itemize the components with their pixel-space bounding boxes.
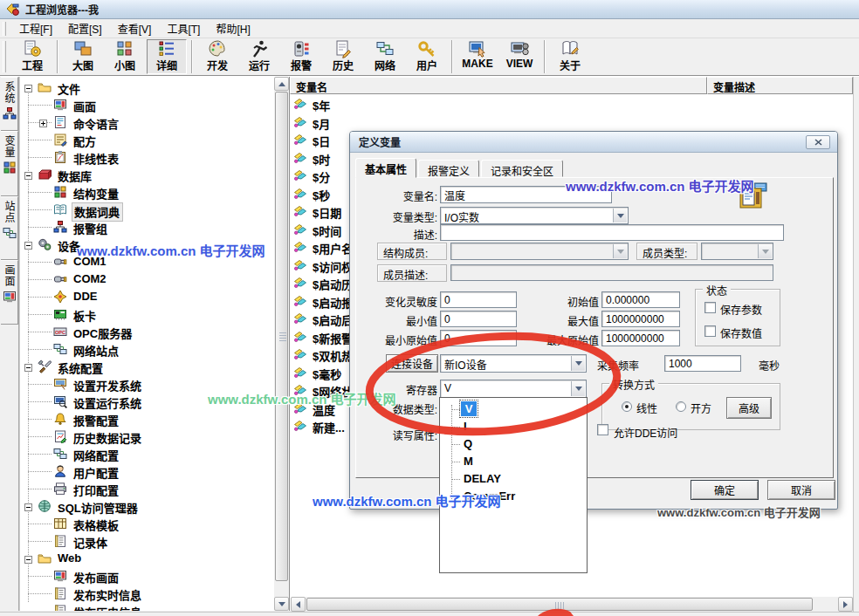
toolbar-button-about[interactable]: 关于: [550, 39, 590, 74]
tree-expander-plus[interactable]: [39, 118, 47, 130]
tree-item[interactable]: 非线性表: [20, 148, 274, 166]
toolbar-button-network[interactable]: 网络: [365, 39, 405, 74]
tree-item[interactable]: 结构变量: [20, 183, 274, 201]
menu-item-2[interactable]: 配置[S]: [60, 19, 110, 38]
dropdown-button[interactable]: [613, 209, 627, 222]
tree-expander-minus[interactable]: [24, 554, 32, 566]
toolbar-button-make[interactable]: MAKE: [457, 39, 498, 74]
toolbar-button-smallicons[interactable]: 小图: [105, 39, 145, 74]
side-tab-3[interactable]: 站点: [1, 196, 18, 260]
menu-item-4[interactable]: 工具[T]: [159, 19, 208, 38]
advanced-button[interactable]: 高级: [726, 397, 772, 419]
scrollbar-thumb[interactable]: [275, 92, 288, 581]
tree-item[interactable]: 配方: [20, 131, 274, 148]
column-header-variable-desc[interactable]: 变量描述: [707, 77, 853, 94]
variable-type-select[interactable]: I/O实数: [440, 207, 629, 224]
cancel-button[interactable]: 取消: [767, 480, 835, 500]
scroll-left-button[interactable]: [291, 597, 306, 612]
side-tab-2[interactable]: 变量: [1, 131, 18, 196]
tab-basic-properties[interactable]: 基本属性: [355, 158, 416, 178]
collect-freq-input[interactable]: [664, 355, 741, 372]
max-raw-input[interactable]: [601, 330, 680, 346]
tree-item[interactable]: 报警组: [20, 218, 274, 236]
dropdown-button[interactable]: [571, 381, 585, 396]
menu-item-1[interactable]: 工程[F]: [11, 19, 60, 38]
scroll-up-button[interactable]: [274, 77, 289, 91]
tree-item[interactable]: 网络站点: [20, 340, 274, 358]
tree-item[interactable]: OPCOPC服务器: [20, 323, 274, 340]
dropdown-option-M[interactable]: M: [440, 453, 587, 470]
min-raw-input[interactable]: [440, 330, 517, 346]
side-tab-4[interactable]: 画面: [1, 260, 18, 325]
tree-item[interactable]: SQL访问管理器: [20, 497, 274, 515]
min-value-input[interactable]: [440, 311, 517, 327]
scroll-down-button[interactable]: [274, 597, 289, 611]
dropdown-button[interactable]: [571, 356, 585, 371]
tree-expander-minus[interactable]: [24, 240, 32, 252]
max-value-input[interactable]: [601, 311, 680, 327]
toolbar-button-run[interactable]: 运行: [239, 39, 279, 74]
connect-device-button[interactable]: 连接设备: [386, 354, 438, 373]
toolbar-button-develop[interactable]: 开发: [197, 39, 237, 74]
tree-item[interactable]: DDE: [20, 288, 274, 305]
dialog-title-bar[interactable]: 定义变量: [350, 132, 837, 153]
tree-item[interactable]: 打印配置: [20, 480, 274, 497]
linear-radio[interactable]: [622, 401, 632, 412]
description-input[interactable]: [440, 224, 784, 241]
toolbar-button-bigicons[interactable]: 大图: [63, 39, 103, 74]
title-bar[interactable]: 工程浏览器---我: [0, 0, 859, 19]
toolbar-button-history[interactable]: 历史: [323, 39, 363, 74]
tree-item[interactable]: 画面: [20, 96, 274, 113]
column-header-variable-name[interactable]: 变量名: [290, 77, 707, 94]
tree-item[interactable]: Web: [20, 550, 274, 567]
menu-item-5[interactable]: 帮助[H]: [208, 19, 258, 38]
connect-device-select[interactable]: 新IO设备: [440, 354, 587, 373]
tree-expander-minus[interactable]: [24, 362, 32, 374]
tab-record-and-security[interactable]: 记录和安全区: [481, 160, 563, 177]
initial-value-input[interactable]: [601, 291, 680, 308]
tree-scrollbar[interactable]: [274, 77, 289, 611]
allow-dde-checkbox[interactable]: [597, 424, 608, 435]
tree-item[interactable]: 记录体: [20, 532, 274, 550]
scroll-right-button[interactable]: [838, 597, 853, 612]
tree-item[interactable]: 发布历史信息: [20, 602, 274, 611]
tab-alarm-definition[interactable]: 报警定义: [418, 160, 479, 177]
tree-item[interactable]: 数据库: [20, 166, 274, 183]
save-param-checkbox[interactable]: [704, 302, 716, 313]
menu-item-3[interactable]: 查看[V]: [110, 19, 160, 38]
dropdown-option-DELAY[interactable]: DELAY: [440, 470, 587, 488]
toolbar-button-userkey[interactable]: 用户: [407, 39, 447, 74]
tree-item[interactable]: 板卡: [20, 305, 274, 323]
tree-item[interactable]: 用户配置: [20, 462, 274, 480]
toolbar-button-detail[interactable]: 详细: [147, 39, 187, 74]
toolbar-button-alarm[interactable]: 报警: [281, 39, 321, 74]
sensitivity-input[interactable]: [440, 291, 517, 308]
ok-button[interactable]: 确定: [691, 480, 759, 500]
save-value-checkbox[interactable]: [704, 325, 716, 337]
dropdown-option-Q[interactable]: Q: [440, 435, 587, 453]
tree-expander-minus[interactable]: [24, 83, 32, 95]
tree-item[interactable]: 表格模板: [20, 515, 274, 532]
scrollbar-thumb[interactable]: [306, 598, 813, 611]
toolbar-button-project[interactable]: 工程: [12, 39, 52, 74]
side-tab-1[interactable]: 系统: [1, 77, 18, 131]
list-item[interactable]: $年: [290, 95, 853, 113]
dropdown-option-V[interactable]: V: [440, 400, 587, 418]
tree-item[interactable]: 历史数据记录: [20, 428, 274, 445]
tree-item[interactable]: COM2: [20, 270, 274, 288]
tree-item[interactable]: 网络配置: [20, 445, 274, 462]
register-dropdown-list[interactable]: VIQMDELAYCommErr: [439, 397, 588, 573]
tree-item[interactable]: 报警配置: [20, 410, 274, 428]
tree-expander-minus[interactable]: [24, 170, 32, 182]
dialog-close-button[interactable]: [806, 135, 830, 149]
sqrt-radio[interactable]: [676, 401, 686, 412]
register-select[interactable]: V: [440, 380, 587, 398]
tree-item[interactable]: 发布画面: [20, 567, 274, 585]
tree-item[interactable]: 系统配置: [20, 358, 274, 375]
list-item[interactable]: $月: [290, 113, 853, 131]
tree-item[interactable]: 发布实时信息: [20, 585, 274, 602]
dropdown-option-I[interactable]: I: [440, 418, 587, 435]
tree-item[interactable]: 命令语言: [20, 113, 274, 131]
list-horizontal-scrollbar[interactable]: [291, 597, 853, 612]
tree-expander-minus[interactable]: [24, 502, 32, 514]
